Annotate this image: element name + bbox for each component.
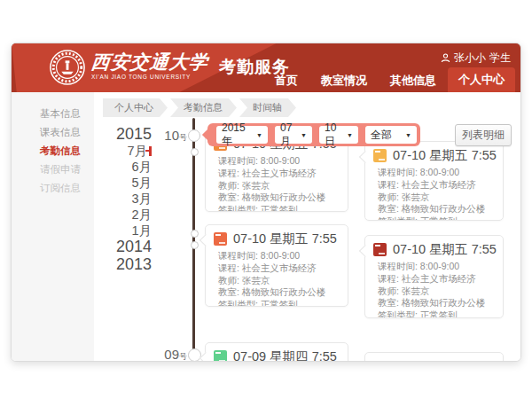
card-field: 课程: 社会主义市场经济 — [218, 262, 348, 275]
user-icon — [441, 53, 450, 63]
list-detail-button[interactable]: 列表明细 — [455, 124, 512, 146]
card-field: 课程时间: 8:00-9:00 — [218, 155, 348, 168]
sidebar-item-leave-request[interactable]: 请假申请 — [12, 160, 94, 179]
sidebar-item-subscription-info[interactable]: 订阅信息 — [12, 179, 94, 198]
type-select[interactable]: 全部▼ — [365, 126, 417, 144]
sidebar: 基本信息 课表信息 考勤信息 请假申请 订阅信息 — [12, 92, 94, 361]
card-field: 签到类型: 正常签到 — [218, 299, 348, 307]
calendar-stamp-icon — [214, 232, 227, 246]
day-marker-10: 10号 — [127, 128, 187, 144]
calendar-stamp-icon — [373, 149, 387, 162]
card-field: 课程: 社会主义市场经济 — [378, 179, 503, 192]
attendance-card[interactable]: 07-10 星期五 7:55 课程时间: 8:00-9:00 课程: 社会主义市… — [364, 235, 504, 318]
scale-month-mar[interactable]: 3月 — [100, 190, 152, 207]
timeline-node — [188, 348, 201, 362]
card-title: 07-10 星期五 7:55 — [233, 231, 337, 247]
card-field: 教师: 张芸京 — [218, 275, 348, 287]
timeline-node — [191, 230, 199, 238]
scale-year-2014[interactable]: 2014 — [100, 238, 152, 255]
card-title: 07-09 星期四 7:55 — [233, 348, 337, 362]
card-field: 教室: 格物致知行政办公楼 — [218, 192, 348, 204]
card-field: 课程: 社会主义市场经济 — [218, 168, 348, 180]
nav-item-personal-center[interactable]: 个人中心 — [448, 67, 515, 92]
breadcrumb-timeline[interactable]: 时间轴 — [239, 98, 296, 117]
attendance-card[interactable]: 07-10 星期五 7:55 课程时间: 8:00-9:00 课程: 社会主义市… — [205, 224, 348, 307]
card-field: 教师: 张芸京 — [378, 286, 503, 298]
chevron-down-icon: ▼ — [347, 132, 353, 138]
card-field: 教室: 格物致知行政办公楼 — [378, 297, 503, 309]
breadcrumb-personal-center[interactable]: 个人中心 — [103, 98, 168, 117]
scale-month-jun[interactable]: 6月 — [100, 158, 152, 176]
scale-year-2013[interactable]: 2013 — [100, 255, 152, 273]
day-select[interactable]: 10日▼ — [319, 126, 358, 144]
card-field: 课程时间: 8:00-9:00 — [378, 261, 503, 273]
scale-month-jul[interactable]: 7月 — [100, 142, 152, 160]
app-header: 西安交通大学 XI'AN JIAO TONG UNIVERSITY 考勤服务 张… — [12, 43, 520, 92]
card-field: 课程: 社会主义市场经济 — [378, 273, 503, 286]
sidebar-item-basic-info[interactable]: 基本信息 — [12, 105, 94, 123]
chevron-down-icon: ▼ — [301, 132, 307, 138]
attendance-card[interactable] — [364, 352, 504, 362]
main-area: 基本信息 课表信息 考勤信息 请假申请 订阅信息 个人中心 考勤信息 时间轴 2… — [12, 92, 520, 361]
month-select[interactable]: 07月▼ — [275, 126, 312, 144]
timeline-node — [191, 148, 199, 156]
breadcrumb-attendance-info[interactable]: 考勤信息 — [170, 98, 237, 117]
attendance-card[interactable]: 07-10 星期五 7:55 课程时间: 8:00-9:00 课程: 社会主义市… — [364, 141, 504, 221]
card-field: 教室: 格物致知行政办公楼 — [218, 286, 348, 299]
scale-month-may[interactable]: 5月 — [100, 174, 152, 192]
university-name-en: XI'AN JIAO TONG UNIVERSITY — [91, 74, 208, 80]
user-name: 张小小 — [454, 51, 486, 66]
university-logo-icon — [49, 49, 86, 86]
card-field: 教师: 张芸京 — [378, 192, 503, 204]
card-title: 07-10 星期五 7:55 — [393, 147, 497, 164]
nav-item-other-info[interactable]: 其他信息 — [379, 69, 448, 92]
day-marker-09: 09号 — [127, 347, 187, 362]
user-info[interactable]: 张小小 学生 — [441, 51, 511, 66]
chevron-down-icon: ▼ — [256, 132, 262, 138]
card-title: 07-10 星期五 7:55 — [393, 241, 497, 258]
sidebar-item-attendance-info[interactable]: 考勤信息 — [12, 142, 94, 160]
calendar-stamp-icon — [214, 350, 227, 362]
timeline-node — [188, 129, 200, 142]
card-field: 签到类型: 正常签到 — [378, 215, 503, 221]
scale-month-feb[interactable]: 2月 — [100, 206, 152, 223]
university-title-block: 西安交通大学 XI'AN JIAO TONG UNIVERSITY 考勤服务 — [91, 51, 290, 80]
university-name-cn: 西安交通大学 — [90, 51, 210, 73]
card-field: 签到类型: 正常签到 — [218, 204, 348, 212]
card-field: 教室: 格物致知行政办公楼 — [378, 203, 503, 215]
attendance-card[interactable]: 07-09 星期四 7:55 — [205, 342, 348, 362]
timeline-node — [191, 241, 199, 249]
chevron-down-icon: ▼ — [405, 132, 411, 138]
user-role: 学生 — [489, 51, 511, 66]
calendar-stamp-icon — [373, 243, 387, 256]
year-select[interactable]: 2015年▼ — [216, 126, 268, 144]
main-nav: 首页 教室情况 其他信息 个人中心 — [263, 67, 515, 92]
nav-item-home[interactable]: 首页 — [263, 69, 309, 92]
scale-month-jan[interactable]: 1月 — [100, 222, 152, 239]
sidebar-item-schedule-info[interactable]: 课表信息 — [12, 123, 94, 142]
card-field: 签到类型: 正常签到 — [378, 309, 503, 318]
nav-item-classrooms[interactable]: 教室情况 — [309, 69, 379, 92]
filter-bar: 2015年▼ 07月▼ 10日▼ 全部▼ — [207, 123, 420, 146]
breadcrumb: 个人中心 考勤信息 时间轴 — [103, 98, 296, 117]
app-window: 西安交通大学 XI'AN JIAO TONG UNIVERSITY 考勤服务 张… — [11, 43, 521, 362]
current-month-marker — [149, 146, 152, 156]
card-field: 课程时间: 8:00-9:00 — [378, 167, 503, 179]
card-field: 课程时间: 8:00-9:00 — [218, 250, 348, 262]
card-field: 教师: 张芸京 — [218, 180, 348, 192]
